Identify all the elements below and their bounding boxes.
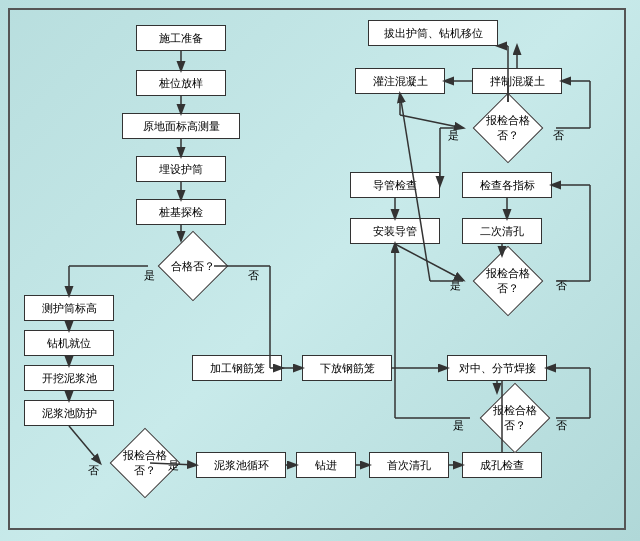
box-zhuanji: 钻机就位 [24,330,114,356]
box-daoguanjiancha: 导管检查 [350,172,440,198]
label-tr-yes: 是 [448,128,459,143]
box-xiagang: 下放钢筋笼 [302,355,392,381]
label-mr-no: 否 [556,418,567,433]
box-kaiwajinchi: 开挖泥浆池 [24,365,114,391]
diamond-baojian-mid2: 报检合格否？ [463,255,553,307]
box-zhuanjin: 钻进 [296,452,356,478]
diamond-hege: 合格否？ [148,240,238,292]
box-maishehutong: 埋设护筒 [136,156,226,182]
box-guanzhu: 灌注混凝土 [355,68,445,94]
label-hege-yes: 是 [144,268,155,283]
box-jiancha-zhubiao: 检查各指标 [462,172,552,198]
box-shouc-qingkong: 首次清孔 [369,452,449,478]
diamond-baojian-top: 报检合格否？ [463,102,553,154]
box-zhuiwei-fangyang: 桩位放样 [136,70,226,96]
box-jianchi-fanghu: 泥浆池防护 [24,400,114,426]
box-zhizhi: 拌制混凝土 [472,68,562,94]
label-tr-no: 否 [553,128,564,143]
box-erciqingkong: 二次清孔 [462,218,542,244]
box-cehutong: 测护筒标高 [24,295,114,321]
box-jiazhuang-daoguan: 安装导管 [350,218,440,244]
box-zhuangjian: 桩基探检 [136,199,226,225]
label-mr2-no: 否 [556,278,567,293]
label-bl-no: 否 [88,463,99,478]
box-shigong-zhunbei: 施工准备 [136,25,226,51]
label-mr-yes: 是 [453,418,464,433]
box-jianchi-xunhuan: 泥浆池循环 [196,452,286,478]
box-yuandi-celiang: 原地面标高测量 [122,113,240,139]
flowchart-diagram: 施工准备 桩位放样 原地面标高测量 埋设护筒 桩基探检 合格否？ 测护筒标高 钻… [0,0,640,541]
label-bl-yes: 是 [168,458,179,473]
box-duizhong: 对中、分节焊接 [447,355,547,381]
box-bachu-hutong: 拔出护筒、钻机移位 [368,20,498,46]
diamond-baojian-mid: 报检合格否？ [470,392,560,444]
label-mr2-yes: 是 [450,278,461,293]
label-hege-no: 否 [248,268,259,283]
box-chengkong-jiancha: 成孔检查 [462,452,542,478]
box-jiagongganglong: 加工钢筋笼 [192,355,282,381]
